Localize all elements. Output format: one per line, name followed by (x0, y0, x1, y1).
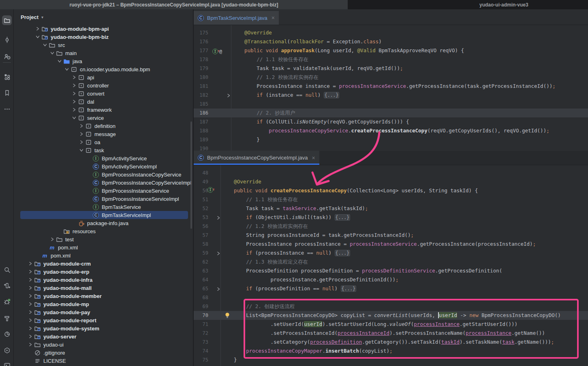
pull-requests-icon[interactable]: ? (2, 51, 12, 61)
code-line-57[interactable]: 57 String processInstanceId = task.getPr… (194, 231, 588, 240)
code-line-59[interactable]: 59 if (processInstance == null) {...} (194, 249, 588, 257)
chevron-down-icon[interactable] (71, 115, 78, 121)
code-line-176[interactable]: 176 @Transactional(rollbackFor = Excepti… (194, 37, 588, 46)
chevron-down-icon[interactable] (78, 147, 85, 153)
code-line-73[interactable]: 73 .setCategory(processDefinition.getCat… (194, 338, 588, 347)
code-line-70[interactable]: 70 List<BpmProcessInstanceCopyDO> copyLi… (194, 311, 588, 320)
tree-item-yudao-module-pay[interactable]: yudao-module-pay (14, 308, 193, 316)
close-icon[interactable]: × (312, 155, 315, 161)
chevron-right-icon[interactable] (27, 268, 34, 275)
tree-item-bpmprocessinstancecopyserviceimpl[interactable]: CBpmProcessInstanceCopyServiceImpl (14, 179, 193, 187)
code-line-185[interactable]: 185 (194, 100, 588, 109)
chevron-right-icon[interactable] (27, 317, 34, 323)
code-line-180[interactable]: 180 // 1.2 校验流程实例存在 (194, 73, 588, 82)
tab-bpmtaskserviceimpl[interactable]: C BpmTaskServiceImpl.java × (194, 11, 279, 25)
implements-marker-icon[interactable]: I (212, 49, 218, 54)
tree-item-yudao-module-mall[interactable]: yudao-module-mall (14, 284, 193, 292)
tree-item-resources[interactable]: resources (14, 227, 193, 235)
tree-item-yudao-module-erp[interactable]: yudao-module-erp (14, 268, 193, 276)
tree-item-service[interactable]: service (14, 114, 193, 122)
close-icon[interactable]: × (272, 15, 275, 21)
tree-item-src[interactable]: src (14, 41, 193, 49)
tree-item-yudao-module-bpm-api[interactable]: yudao-module-bpm-api (14, 25, 193, 33)
search-icon[interactable] (2, 265, 12, 274)
structure-icon[interactable] (2, 72, 12, 81)
more-tool-windows-icon[interactable] (2, 104, 12, 114)
terminal-icon[interactable] (2, 361, 12, 366)
tree-item-bpmprocessinstanceserviceimpl[interactable]: CBpmProcessInstanceServiceImpl (14, 195, 193, 203)
tree-item-bpmprocessinstancecopyservice[interactable]: IBpmProcessInstanceCopyService (14, 170, 193, 179)
chevron-right-icon[interactable] (27, 277, 34, 283)
tree-item-definition[interactable]: definition (14, 122, 193, 130)
tree-item-api[interactable]: api (14, 73, 193, 81)
code-line-71[interactable]: 71 .setUserId(userId).setStartUserId(Lon… (194, 320, 588, 329)
chevron-right-icon[interactable] (27, 333, 34, 340)
chevron-right-icon[interactable] (27, 293, 34, 299)
code-line-64[interactable]: 64 processInstance.getProcessDefinitionI… (194, 275, 588, 284)
code-line-177[interactable]: 177I@ public void approveTask(Long userI… (194, 46, 588, 55)
chevron-right-icon[interactable] (78, 131, 85, 137)
code-line-63[interactable]: 63 ProcessDefinition processDefinition =… (194, 266, 588, 275)
code-line-182[interactable]: 182 if (instance == null) {...} (194, 91, 588, 100)
code-line-187[interactable]: 187 if (CollUtil.isNotEmpty(reqVO.getCop… (194, 117, 588, 126)
code-line-188[interactable]: 188 processInstanceCopyService.createPro… (194, 126, 588, 135)
commit-icon[interactable] (2, 35, 12, 45)
code-line-181[interactable]: 181 ProcessInstance instance = processIn… (194, 82, 588, 91)
annotation-gutter-icon[interactable]: @ (219, 47, 222, 56)
chevron-right-icon[interactable] (71, 106, 78, 113)
chevron-right-icon[interactable] (27, 260, 34, 267)
code-line-75[interactable]: 75 } (194, 355, 588, 364)
tree-item-test[interactable]: test (14, 235, 193, 243)
tree-item-main[interactable]: main (14, 49, 193, 57)
tree-item-controller[interactable]: controller (14, 81, 193, 89)
editor-bpmprocessinstancecopyserviceimpl[interactable]: 4849 @Override50I public void createProc… (194, 165, 588, 366)
editor-bpmtaskserviceimpl[interactable]: 175 @Override176 @Transactional(rollback… (194, 25, 588, 151)
project-icon[interactable] (2, 15, 12, 25)
tree-item-package-info-java[interactable]: package-info.java (14, 219, 193, 227)
tree-item-task[interactable]: task (14, 146, 193, 154)
code-line-52[interactable]: 52 Task task = taskService.getTask(taskI… (194, 204, 588, 213)
tree-item-yudao-module-infra[interactable]: yudao-module-infra (14, 276, 193, 284)
tree-item-bpmtaskservice[interactable]: IBpmTaskService (14, 203, 193, 211)
chevron-right-icon[interactable] (71, 74, 78, 81)
tree-item-bpmactivityserviceimpl[interactable]: CBpmActivityServiceImpl (14, 162, 193, 170)
code-line-74[interactable]: 74 processInstanceCopyMapper.insertBatch… (194, 347, 588, 355)
code-line-53[interactable]: 53 if (ObjectUtil.isNull(task)) {...} (194, 213, 588, 222)
tree-item-yudao-ui[interactable]: yudao-ui (14, 340, 193, 349)
chevron-down-icon[interactable] (49, 50, 56, 56)
tree-item-pom-xml[interactable]: mpom.xml (14, 251, 193, 260)
profiler-icon[interactable] (2, 329, 12, 339)
tree-item-cn-iocoder-yudao-module-bpm[interactable]: cn.iocoder.yudao.module.bpm (14, 65, 193, 73)
tree-item-pom-xml[interactable]: mpom.xml (14, 243, 193, 251)
chevron-right-icon[interactable] (27, 325, 34, 332)
code-line-58[interactable]: 58 ProcessInstance processInstance = pro… (194, 240, 588, 249)
code-line-62[interactable]: 62 // 1.3 校验流程定义存在 (194, 257, 588, 266)
tree-item-yudao-module-bpm-biz[interactable]: yudao-module-bpm-biz (14, 33, 193, 41)
code-line-190[interactable]: 190 (194, 144, 588, 151)
code-line-48[interactable]: 48 (194, 168, 588, 177)
tree-scrollbar[interactable] (190, 121, 192, 229)
chevron-right-icon[interactable] (71, 98, 78, 105)
tree-item-message[interactable]: message (14, 130, 193, 138)
code-line-178[interactable]: 178 // 1.1 校验任务存在 (194, 55, 588, 64)
implements-marker-icon[interactable]: I (207, 187, 213, 193)
code-line-49[interactable]: 49 @Override (194, 177, 588, 186)
chevron-right-icon[interactable] (27, 309, 34, 315)
build-icon[interactable] (2, 313, 12, 323)
tree-item-license[interactable]: LICENSE (14, 357, 193, 365)
chevron-down-icon[interactable] (34, 34, 41, 40)
chevron-right-icon[interactable] (71, 90, 78, 97)
chevron-right-icon[interactable] (49, 236, 56, 243)
code-line-51[interactable]: 51 // 1.1 校验任务存在 (194, 195, 588, 204)
tree-item-bpmprocessinstanceservice[interactable]: IBpmProcessInstanceService (14, 187, 193, 195)
code-line-189[interactable]: 189 } (194, 135, 588, 144)
chevron-right-icon[interactable] (78, 139, 85, 145)
tree-item-yudao-module-crm[interactable]: yudao-module-crm (14, 260, 193, 268)
tree-item-java[interactable]: java (14, 57, 193, 65)
code-line-65[interactable]: 65 if (processDefinition == null) {...} (194, 284, 588, 293)
chevron-right-icon[interactable] (78, 123, 85, 129)
code-line-56[interactable]: 56 // 1.2 校验流程实例存在 (194, 222, 588, 231)
tree-item-yudao-module-report[interactable]: yudao-module-report (14, 316, 193, 324)
tree-item-yudao-module-system[interactable]: yudao-module-system (14, 324, 193, 332)
chevron-right-icon[interactable] (27, 341, 34, 348)
